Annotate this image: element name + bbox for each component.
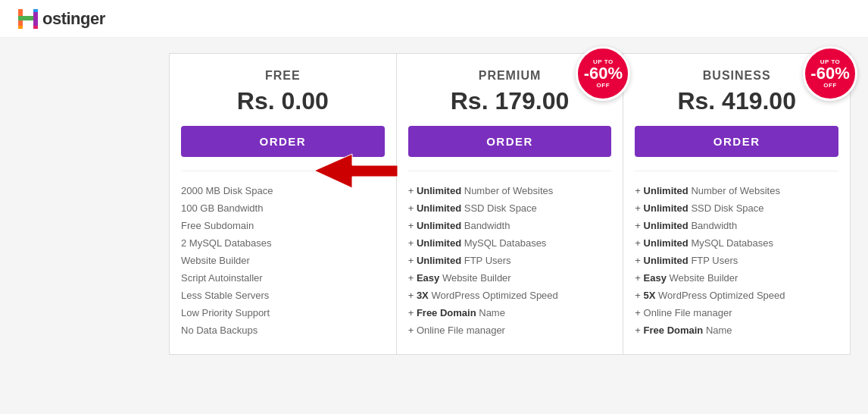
svg-rect-7 [33, 26, 38, 29]
feature-premium-4: + Unlimited FTP Users [408, 252, 612, 269]
order-btn-premium[interactable]: ORDER [408, 126, 612, 157]
page: ostinger FREE Rs. 0.00 ORDER 2000 MB Dis… [0, 0, 868, 414]
card-free-price: Rs. 0.00 [237, 87, 329, 115]
card-business: UP TO -60% OFF BUSINESS Rs. 419.00 ORDER… [623, 53, 851, 355]
feature-free-1: 100 GB Bandwidth [181, 199, 385, 217]
feature-premium-8: + Online File manager [408, 321, 612, 339]
card-premium: UP TO -60% OFF PREMIUM Rs. 179.00 ORDER … [397, 53, 623, 355]
feature-business-3: + Unlimited MySQL Databases [635, 234, 838, 252]
card-premium-title: PREMIUM [479, 69, 542, 83]
feature-business-4: + Unlimited FTP Users [635, 252, 838, 269]
card-business-title: BUSINESS [703, 69, 771, 83]
feature-free-7: Low Priority Support [181, 304, 385, 321]
order-btn-business[interactable]: ORDER [635, 126, 838, 157]
divider-free [181, 171, 385, 171]
feature-free-4: Website Builder [181, 252, 385, 269]
badge-business-off: OFF [823, 82, 837, 89]
feature-business-7: + Online File manager [635, 304, 838, 321]
feature-free-3: 2 MySQL Databases [181, 234, 385, 252]
main-content: FREE Rs. 0.00 ORDER 2000 MB Disk Space 1… [0, 38, 868, 370]
feature-free-6: Less Stable Servers [181, 287, 385, 304]
svg-rect-6 [18, 26, 23, 29]
logo: ostinger [15, 6, 105, 32]
badge-business: UP TO -60% OFF [803, 46, 857, 101]
feature-premium-7: + Free Domain Name [408, 304, 612, 321]
card-free: FREE Rs. 0.00 ORDER 2000 MB Disk Space 1… [169, 53, 397, 355]
feature-premium-0: + Unlimited Number of Websites [408, 182, 612, 199]
badge-premium-off: OFF [597, 82, 610, 89]
logo-text-label: ostinger [42, 9, 105, 29]
features-list-free: 2000 MB Disk Space 100 GB Bandwidth Free… [181, 182, 385, 339]
feature-business-2: + Unlimited Bandwidth [635, 217, 838, 234]
feature-premium-6: + 3X WordPress Optimized Speed [408, 287, 612, 304]
feature-business-0: + Unlimited Number of Websites [635, 182, 838, 199]
logo-icon [15, 6, 41, 32]
svg-rect-5 [33, 9, 38, 12]
feature-premium-3: + Unlimited MySQL Databases [408, 234, 612, 252]
badge-premium-percent: -60% [584, 65, 623, 82]
feature-free-5: Script Autoinstaller [181, 269, 385, 287]
order-btn-free[interactable]: ORDER [181, 126, 385, 157]
features-list-premium: + Unlimited Number of Websites + Unlimit… [408, 182, 612, 339]
feature-business-5: + Easy Website Builder [635, 269, 838, 287]
feature-free-2: Free Subdomain [181, 217, 385, 234]
badge-premium: UP TO -60% OFF [576, 46, 630, 101]
divider-business [635, 171, 838, 171]
pricing-cards: FREE Rs. 0.00 ORDER 2000 MB Disk Space 1… [169, 53, 851, 355]
divider-premium [408, 171, 612, 171]
feature-premium-5: + Easy Website Builder [408, 269, 612, 287]
header: ostinger [0, 0, 868, 38]
feature-business-8: + Free Domain Name [635, 321, 838, 339]
card-business-price: Rs. 419.00 [677, 87, 796, 115]
features-list-business: + Unlimited Number of Websites + Unlimit… [635, 182, 838, 339]
card-premium-price: Rs. 179.00 [451, 87, 570, 115]
svg-rect-4 [18, 9, 23, 12]
feature-free-8: No Data Backups [181, 321, 385, 339]
feature-premium-1: + Unlimited SSD Disk Space [408, 199, 612, 217]
feature-business-6: + 5X WordPress Optimized Speed [635, 287, 838, 304]
card-free-title: FREE [265, 69, 301, 83]
feature-free-0: 2000 MB Disk Space [181, 182, 385, 199]
badge-business-percent: -60% [810, 65, 849, 82]
feature-premium-2: + Unlimited Bandwidth [408, 217, 612, 234]
feature-business-1: + Unlimited SSD Disk Space [635, 199, 838, 217]
